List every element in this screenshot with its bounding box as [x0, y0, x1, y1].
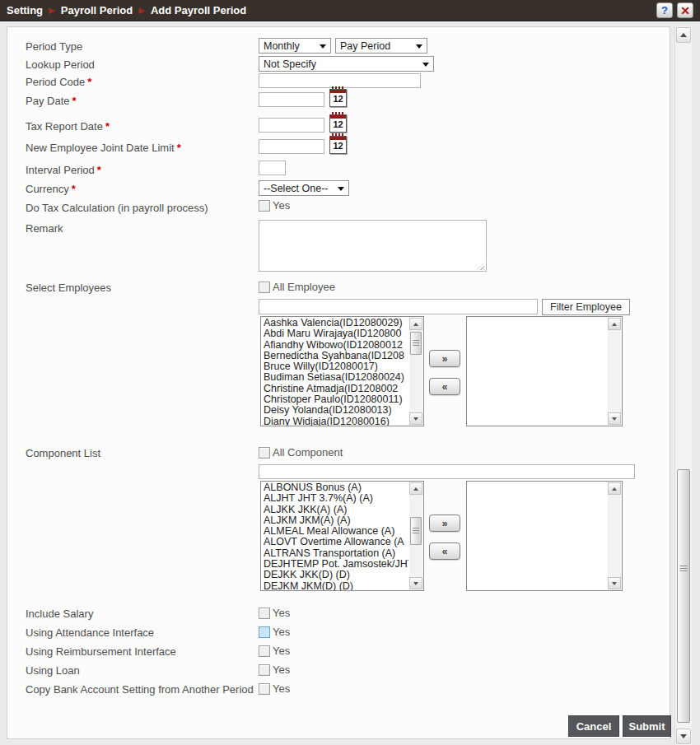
component-source-scrollbar[interactable] — [409, 482, 422, 589]
employee-filter-input[interactable] — [259, 299, 538, 314]
breadcrumb-setting[interactable]: Setting — [7, 4, 43, 16]
scroll-down-icon[interactable] — [409, 577, 422, 589]
cancel-button[interactable]: Cancel — [568, 715, 619, 737]
include-salary-checkbox[interactable] — [259, 608, 270, 619]
component-selected-listbox[interactable] — [466, 481, 623, 591]
pay-date-calendar-icon[interactable]: 12 — [329, 86, 348, 108]
breadcrumb-arrow-icon: ▶ — [49, 7, 55, 15]
page-scrollbar-thumb[interactable] — [677, 469, 690, 723]
lookup-period-value: Not Specify — [264, 58, 316, 70]
employee-source-listbox[interactable]: Aashka Valencia(ID12080029)Abdi Maru Wir… — [260, 316, 424, 426]
scroll-down-icon[interactable] — [409, 412, 422, 425]
joint-date-limit-input[interactable] — [259, 139, 324, 154]
list-item[interactable]: ALMEAL Meal Allowance (A) — [262, 526, 408, 537]
list-item[interactable]: Christoper Paulo(ID12080011) — [262, 394, 408, 405]
list-item[interactable]: DEJKM JKM(D) (D) — [262, 581, 408, 590]
pay-date-label: Pay Date* — [26, 95, 77, 107]
list-item[interactable]: ALBONUS Bonus (A) — [262, 482, 408, 493]
breadcrumb-payroll-period[interactable]: Payroll Period — [61, 4, 133, 16]
list-item[interactable]: ALOVT Overtime Allowance (A — [262, 537, 408, 547]
list-item[interactable]: Bruce Willy(ID12080017) — [262, 361, 408, 372]
component-move-left-button[interactable]: « — [429, 542, 460, 560]
scroll-up-icon[interactable] — [608, 482, 621, 495]
scroll-down-icon[interactable] — [608, 412, 621, 425]
help-button[interactable]: ? — [656, 2, 673, 18]
employee-selected-scrollbar[interactable] — [608, 318, 621, 425]
all-component-checkbox[interactable] — [259, 447, 270, 459]
employee-move-right-button[interactable]: » — [429, 350, 460, 367]
list-item[interactable]: Afiandhy Wibowo(ID12080012 — [262, 340, 408, 351]
joint-date-limit-calendar-icon[interactable]: 12 — [329, 133, 348, 155]
breadcrumb-arrow-icon: ▶ — [138, 7, 145, 15]
list-item[interactable]: Aashka Valencia(ID12080029) — [262, 318, 408, 328]
do-tax-checkbox[interactable] — [259, 200, 270, 212]
scroll-down-icon[interactable] — [608, 577, 621, 589]
attendance-interface-row: Using Attendance Interface Yes — [26, 626, 635, 639]
yes-label: Yes — [273, 664, 290, 676]
reimbursement-interface-checkbox[interactable] — [259, 645, 270, 657]
copy-bank-account-checkbox[interactable] — [259, 683, 270, 695]
component-filter-input[interactable] — [259, 464, 635, 479]
required-asterisk: * — [97, 164, 101, 176]
currency-select[interactable]: --Select One-- — [259, 180, 349, 196]
lookup-period-select[interactable]: Not Specify — [259, 56, 434, 72]
tax-report-date-label: Tax Report Date* — [26, 120, 110, 133]
component-source-items: ALBONUS Bonus (A)ALJHT JHT 3.7%(A) (A)AL… — [262, 482, 408, 590]
yes-label: Yes — [273, 626, 290, 638]
component-source-listbox[interactable]: ALBONUS Bonus (A)ALJHT JHT 3.7%(A) (A)AL… — [260, 481, 424, 591]
page-scrollbar[interactable] — [674, 26, 692, 745]
list-item[interactable]: Deisy Yolanda(ID12080013) — [262, 405, 408, 416]
remark-label: Remark — [26, 222, 63, 235]
list-item[interactable]: DEJHTEMP Pot. Jamsostek/JHT — [262, 559, 408, 570]
period-code-label: Period Code* — [26, 76, 91, 88]
employee-source-items: Aashka Valencia(ID12080029)Abdi Maru Wir… — [262, 317, 408, 426]
component-move-right-button[interactable]: » — [429, 515, 460, 532]
period-type-select[interactable]: Monthly — [259, 38, 331, 54]
employee-selected-items — [468, 317, 607, 426]
scroll-up-icon[interactable] — [676, 27, 691, 43]
scroll-up-icon[interactable] — [409, 318, 422, 330]
list-item[interactable]: ALJHT JHT 3.7%(A) (A) — [262, 493, 408, 504]
submit-button[interactable]: Submit — [623, 715, 671, 737]
list-item[interactable]: DEJKK JKK(D) (D) — [262, 570, 408, 580]
tax-report-date-calendar-icon[interactable]: 12 — [329, 112, 348, 133]
scroll-up-icon[interactable] — [608, 318, 621, 330]
period-subtype-select[interactable]: Pay Period — [335, 38, 427, 54]
using-loan-checkbox[interactable] — [259, 664, 270, 676]
filter-employee-button[interactable]: Filter Employee — [542, 299, 630, 315]
titlebar-actions: ? ✕ — [656, 2, 693, 18]
employee-selected-listbox[interactable] — [466, 316, 623, 426]
scroll-down-icon[interactable] — [676, 729, 691, 744]
list-item[interactable]: Budiman Setiasa(ID12080024) — [262, 372, 408, 383]
component-list-label: Component List — [26, 447, 100, 459]
list-item[interactable]: ALTRANS Transportation (A) — [262, 548, 408, 559]
include-salary-row: Include Salary Yes — [26, 607, 635, 620]
list-item[interactable]: Diany Widjaja(ID12080016) — [262, 417, 408, 426]
interval-period-input[interactable] — [259, 161, 286, 175]
scroll-up-icon[interactable] — [409, 482, 422, 495]
calendar-body: 12 — [329, 114, 347, 133]
component-selected-scrollbar[interactable] — [608, 482, 621, 589]
required-asterisk: * — [72, 95, 76, 107]
currency-label: Currency* — [26, 183, 76, 195]
list-item[interactable]: Bernedictha Syahbana(ID1208 — [262, 351, 408, 361]
employee-source-scrollbar[interactable] — [409, 318, 422, 425]
remark-textarea[interactable] — [259, 220, 487, 272]
list-item[interactable]: ALJKM JKM(A) (A) — [262, 515, 408, 526]
scrollbar-thumb[interactable] — [410, 517, 422, 545]
scrollbar-thumb[interactable] — [410, 332, 422, 355]
close-button[interactable]: ✕ — [677, 2, 693, 18]
required-asterisk: * — [105, 120, 110, 133]
attendance-interface-checkbox[interactable] — [259, 626, 270, 638]
list-item[interactable]: Abdi Maru Wirajaya(ID120800 — [262, 328, 408, 339]
using-loan-row: Using Loan Yes — [26, 664, 635, 677]
employee-move-left-button[interactable]: « — [429, 378, 460, 395]
period-subtype-value: Pay Period — [340, 40, 390, 52]
tax-report-date-input[interactable] — [259, 118, 324, 133]
list-item[interactable]: ALJKK JKK(A) (A) — [262, 505, 408, 515]
all-employee-checkbox[interactable] — [259, 282, 270, 293]
pay-date-input[interactable] — [259, 92, 324, 107]
list-item[interactable]: Christine Atmadja(ID1208002 — [262, 384, 408, 394]
yes-label: Yes — [273, 645, 290, 657]
currency-value: --Select One-- — [264, 183, 329, 194]
